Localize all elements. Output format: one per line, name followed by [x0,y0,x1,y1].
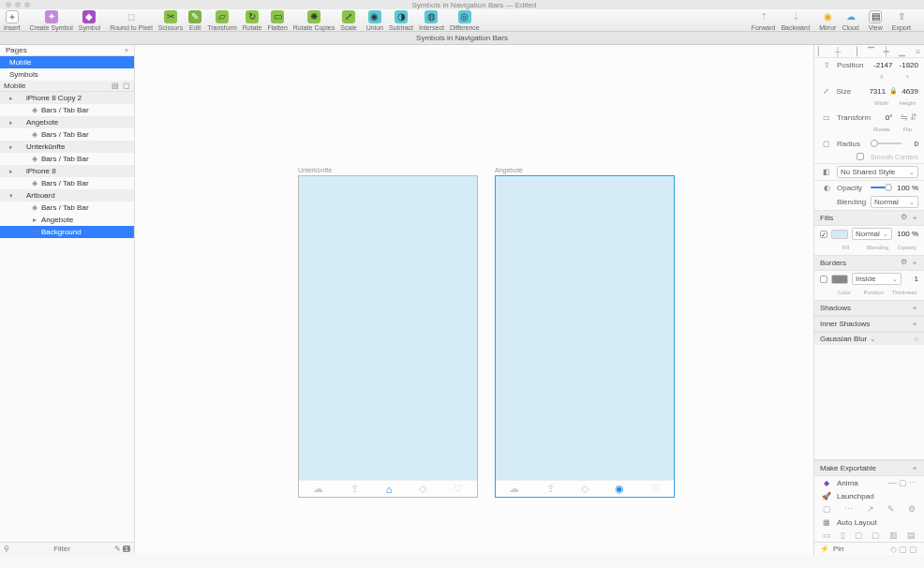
opacity-icon[interactable]: ◐ [820,184,833,192]
resize-icon[interactable]: ⤢ [820,87,833,96]
rotate-field[interactable]: 0° [871,113,893,122]
filter-pencil-icon[interactable]: ✎ [114,545,121,553]
anima-row[interactable]: ◆Anima—▢⋯ [814,476,924,489]
tab-bar-item[interactable]: ◇ [581,483,589,495]
tab-bar-item[interactable]: ♡ [651,483,661,495]
tab-bar-item[interactable]: ☁ [509,483,519,495]
page-item-mobile[interactable]: Mobile [0,56,134,68]
transform-button[interactable]: ▱ Transform [207,10,237,31]
radius-field[interactable]: 0 [905,140,918,148]
layer-artboard[interactable]: ▸Angebote [0,116,134,128]
layer-item[interactable]: ▭Background [0,226,134,238]
add-inner-shadow-icon[interactable]: ＋ [911,319,918,329]
position-x-field[interactable]: -2147 [871,61,893,69]
grid-view-icon[interactable]: ▢ [123,82,130,90]
close-window-icon[interactable] [6,2,11,7]
pin-row[interactable]: ⚡Pin◇▢▢ [814,542,924,555]
fill-blend-select[interactable]: Normal⌄ [852,228,892,240]
symbol-button[interactable]: ◆ Symbol [79,10,100,31]
size-h-field[interactable]: 4639 [902,87,918,96]
tab-bar-item[interactable]: ♡ [454,483,463,495]
opacity-slider[interactable] [871,187,892,188]
rotate-copies-button[interactable]: ✺ Rotate Copies [293,10,335,31]
list-view-icon[interactable]: ▤ [112,82,119,90]
export-icon[interactable]: ⇧ [820,61,833,69]
layer-artboard[interactable]: ▸iPhone 8 Copy 2 [0,92,134,104]
add-shadow-icon[interactable]: ＋ [911,303,918,313]
launchpad-actions[interactable]: ▢⋯↗✎⚙ [814,502,924,516]
create-symbol-button[interactable]: ✦ Create Symbol [30,10,73,31]
tab-bar-item[interactable]: ⇪ [350,483,359,495]
shared-style-select[interactable]: No Shared Style⌄ [837,166,918,178]
layer-item[interactable]: ◈Bars / Tab Bar [0,128,134,141]
view-button[interactable]: ▤ View [869,10,883,31]
radius-icon[interactable]: ▢ [820,140,833,148]
smooth-corners-checkbox[interactable] [857,153,864,160]
page-item-symbols[interactable]: Symbols [0,68,134,81]
flatten-button[interactable]: ▭ Flatten [267,10,287,31]
blending-select[interactable]: Normal⌄ [871,196,918,208]
layer-item[interactable]: ▸Angebote [0,214,134,226]
flip-v-icon[interactable]: ⇵ [910,112,917,122]
edit-button[interactable]: ✎ Edit [188,10,201,31]
traffic-lights[interactable] [6,2,30,7]
artboard-label[interactable]: Unterkünfte [298,167,478,173]
difference-button[interactable]: ◎ Difference [450,10,480,31]
border-color-swatch[interactable] [831,275,848,284]
launchpad-row[interactable]: 🚀Launchpad [814,489,924,502]
canvas-artboard[interactable]: Angebote☁⇪◇◉♡ [495,167,675,498]
forward-button[interactable]: ⇡ Forward [752,10,776,31]
scale-button[interactable]: ⤢ Scale [340,10,357,31]
union-button[interactable]: ◉ Union [366,10,383,31]
flip-h-icon[interactable]: ⇋ [901,112,908,122]
add-page-icon[interactable]: ＋ [123,45,130,55]
layer-item[interactable]: ◈Bars / Tab Bar [0,153,134,165]
position-y-field[interactable]: -1820 [897,61,919,69]
add-fill-icon[interactable]: ＋ [911,213,918,223]
transform-icon[interactable]: ▭ [820,113,833,122]
filter-input[interactable] [9,545,114,553]
scissors-button[interactable]: ✂ Scissors [158,10,183,31]
border-settings-icon[interactable]: ⚙ [901,258,907,268]
layer-item[interactable]: ◈Bars / Tab Bar [0,177,134,189]
tab-bar-item[interactable]: ☁ [313,483,323,495]
size-w-field[interactable]: 7311 [869,87,886,96]
document-tab[interactable]: Symbols in Navigation Bars [416,34,508,42]
minimize-window-icon[interactable] [15,2,21,7]
border-thickness-field[interactable]: 1 [905,275,918,283]
add-export-icon[interactable]: ＋ [911,463,918,473]
layer-item[interactable]: ◈Bars / Tab Bar [0,202,134,214]
intersect-button[interactable]: ◍ Intersect [419,10,444,31]
fill-opacity-field[interactable]: 100 % [896,230,918,238]
tab-bar-item[interactable]: ◉ [615,483,624,495]
cloud-button[interactable]: ☁ Cloud [842,10,858,31]
opacity-field[interactable]: 100 % [896,184,918,192]
layer-artboard[interactable]: ▸iPhone 8 [0,165,134,177]
canvas-artboard[interactable]: Unterkünfte☁⇪⌂◇♡ [298,167,478,498]
fill-enabled-checkbox[interactable] [820,231,827,238]
canvas[interactable]: Unterkünfte☁⇪⌂◇♡Angebote☁⇪◇◉♡ [135,45,813,555]
layer-artboard[interactable]: ▸Unterkünfte [0,141,134,153]
mirror-button[interactable]: ◉ Mirror [819,10,836,31]
lock-icon[interactable]: 🔒 [889,87,898,95]
layer-item[interactable]: ◈Bars / Tab Bar [0,104,134,116]
layer-artboard[interactable]: ▾Artboard [0,189,134,202]
align-controls[interactable]: ▏┼▕ ▔┿▁ ≡ [814,45,924,58]
autolayout-row[interactable]: ▦Auto Layout [814,516,924,529]
autolayout-actions[interactable]: ▭▯▢▢▥▤ [814,529,924,542]
style-icon[interactable]: ◧ [820,168,833,176]
border-position-select[interactable]: Inside⌄ [852,273,902,285]
export-button[interactable]: ⇧ Export [892,10,911,31]
tab-bar-item[interactable]: ⇪ [546,483,555,495]
add-border-icon[interactable]: ＋ [911,258,918,268]
artboard-label[interactable]: Angebote [495,167,675,173]
fill-color-swatch[interactable] [831,230,848,239]
rotate-button[interactable]: ↻ Rotate [243,10,262,31]
fill-settings-icon[interactable]: ⚙ [901,213,907,223]
blur-toggle-icon[interactable]: ○ [914,335,918,343]
tab-bar-item[interactable]: ◇ [419,483,426,495]
subtract-button[interactable]: ◑ Subtract [389,10,413,31]
tab-bar-item[interactable]: ⌂ [386,484,393,495]
round-to-pixel-button[interactable]: ◻ Round to Pixel [110,10,153,31]
radius-slider[interactable] [871,142,902,144]
